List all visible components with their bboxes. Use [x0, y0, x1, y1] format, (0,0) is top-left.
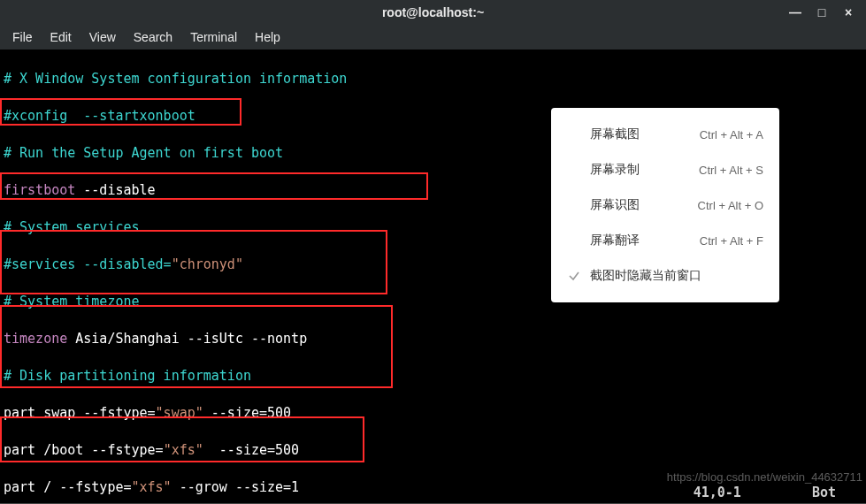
terminal-line: timezone Asia/Shanghai --isUtc --nontp	[4, 330, 862, 348]
maximize-button[interactable]: □	[809, 3, 834, 22]
terminal-line: part swap --fstype="swap" --size=500	[4, 404, 862, 423]
ctx-shortcut: Ctrl + Alt + A	[700, 128, 763, 141]
menubar: File Edit View Search Terminal Help	[0, 25, 866, 50]
minimize-button[interactable]: —	[783, 3, 808, 22]
ctx-shortcut: Ctrl + Alt + O	[698, 199, 763, 212]
vim-scroll-loc: Bot	[812, 484, 836, 502]
terminal-line: # X Window System configuration informat…	[4, 70, 862, 88]
ctx-label: 屏幕录制	[590, 162, 640, 178]
ctx-label: 屏幕翻译	[590, 233, 640, 248]
window-controls: — □ ×	[783, 0, 861, 25]
vim-cursor-pos: 41,0-1	[694, 484, 741, 502]
check-icon	[567, 269, 581, 283]
terminal-line: # Disk partitioning information	[4, 367, 862, 386]
ctx-item-translate[interactable]: 屏幕翻译 Ctrl + Alt + F	[551, 223, 779, 258]
ctx-label: 截图时隐藏当前窗口	[590, 268, 701, 284]
ctx-shortcut: Ctrl + Alt + S	[699, 164, 763, 177]
window-title: root@localhost:~	[382, 5, 484, 19]
vim-status-right: 41,0-1 Bot	[694, 484, 836, 502]
menu-help[interactable]: Help	[255, 30, 280, 44]
ctx-label: 屏幕识图	[590, 197, 640, 213]
ctx-shortcut: Ctrl + Alt + F	[700, 234, 763, 248]
ctx-item-hide-window[interactable]: 截图时隐藏当前窗口	[551, 258, 779, 294]
menu-view[interactable]: View	[89, 30, 116, 44]
watermark: https://blog.csdn.net/weixin_44632711	[667, 468, 862, 486]
window-titlebar: root@localhost:~ — □ ×	[0, 0, 866, 25]
menu-file[interactable]: File	[12, 30, 33, 44]
menu-terminal[interactable]: Terminal	[190, 30, 237, 44]
terminal-line: part /boot --fstype="xfs" --size=500	[4, 441, 862, 460]
ctx-label: 屏幕截图	[590, 126, 640, 142]
ctx-item-screenshot[interactable]: 屏幕截图 Ctrl + Alt + A	[551, 117, 779, 152]
ctx-item-record[interactable]: 屏幕录制 Ctrl + Alt + S	[551, 152, 779, 187]
ctx-item-ocr[interactable]: 屏幕识图 Ctrl + Alt + O	[551, 187, 779, 223]
close-button[interactable]: ×	[836, 3, 861, 22]
context-menu: 屏幕截图 Ctrl + Alt + A 屏幕录制 Ctrl + Alt + S …	[551, 108, 779, 302]
menu-edit[interactable]: Edit	[50, 30, 72, 44]
menu-search[interactable]: Search	[134, 30, 172, 44]
